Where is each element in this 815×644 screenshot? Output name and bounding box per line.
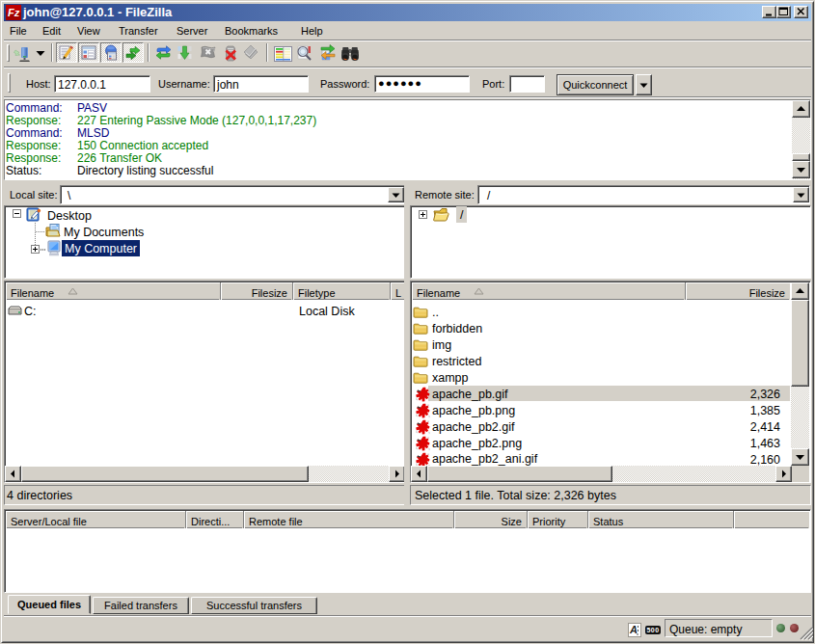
svg-text:A: A — [629, 624, 638, 635]
svg-text:Fz: Fz — [8, 7, 20, 18]
